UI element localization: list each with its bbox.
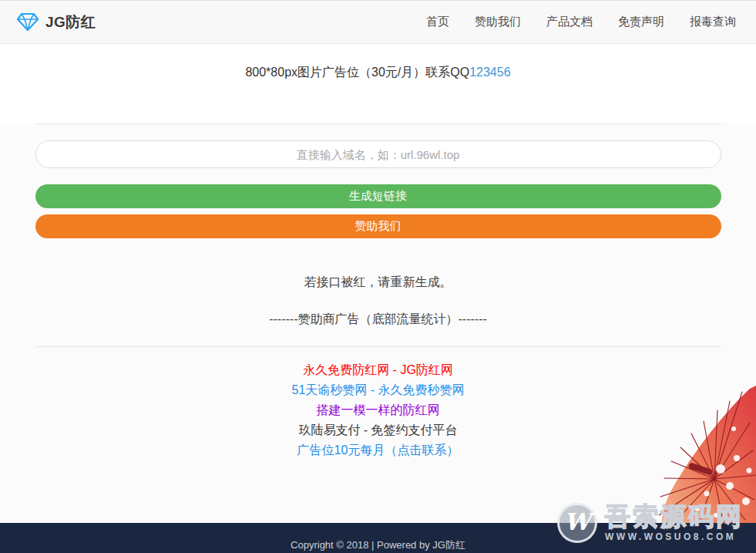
generate-shortlink-button[interactable]: 生成短链接 <box>35 184 721 208</box>
ad-banner-text: 800*80px图片广告位（30元/月）联系QQ <box>245 66 469 79</box>
sponsor-link-build-clone[interactable]: 搭建一模一样的防红网 <box>35 400 721 420</box>
brand[interactable]: JG防红 <box>17 12 96 32</box>
sponsor-link-ad-slot[interactable]: 广告位10元每月（点击联系） <box>35 440 721 460</box>
sponsor-link-jg[interactable]: 永久免费防红网 - JG防红网 <box>35 360 721 380</box>
nav-item-sponsor[interactable]: 赞助我们 <box>475 15 521 29</box>
diamond-logo-icon <box>17 12 39 32</box>
nav-links: 首页 赞助我们 产品文档 免责声明 报毒查询 <box>426 15 736 29</box>
ad-banner: 800*80px图片广告位（30元/月）联系QQ123456 <box>0 44 756 110</box>
nav-item-home[interactable]: 首页 <box>426 15 449 29</box>
nav-item-virus-check[interactable]: 报毒查询 <box>690 15 736 29</box>
regenerate-note: 若接口被红，请重新生成。 <box>35 275 721 291</box>
divider-middle <box>35 346 721 347</box>
nav-item-disclaimer[interactable]: 免责声明 <box>618 15 664 29</box>
sponsor-links: 永久免费防红网 - JG防红网 51天谕秒赞网 - 永久免费秒赞网 搭建一模一样… <box>35 360 721 460</box>
brand-title: JG防红 <box>45 12 96 32</box>
sponsor-link-jiulu-pay[interactable]: 玖陆易支付 - 免签约支付平台 <box>35 420 721 440</box>
navbar: JG防红 首页 赞助我们 产品文档 免责声明 报毒查询 <box>0 0 756 44</box>
domain-input[interactable] <box>35 140 721 168</box>
footer: Copyright © 2018 | Powered by JG防红 <box>0 523 756 553</box>
sponsor-us-button[interactable]: 赞助我们 <box>35 214 721 238</box>
sponsor-link-51tianyu[interactable]: 51天谕秒赞网 - 永久免费秒赞网 <box>35 380 721 400</box>
content-container: 生成短链接 赞助我们 若接口被红，请重新生成。 -------赞助商广告（底部流… <box>35 123 721 460</box>
qq-contact-link[interactable]: 123456 <box>469 66 510 79</box>
page: JG防红 首页 赞助我们 产品文档 免责声明 报毒查询 800*80px图片广告… <box>0 0 756 553</box>
copyright-text: Copyright © 2018 | Powered by JG防红 <box>291 539 465 551</box>
main-section: 生成短链接 赞助我们 若接口被红，请重新生成。 -------赞助商广告（底部流… <box>0 123 756 523</box>
divider-top <box>35 123 721 124</box>
sponsor-ads-heading: -------赞助商广告（底部流量统计）------- <box>35 312 721 328</box>
nav-item-docs[interactable]: 产品文档 <box>546 15 593 29</box>
